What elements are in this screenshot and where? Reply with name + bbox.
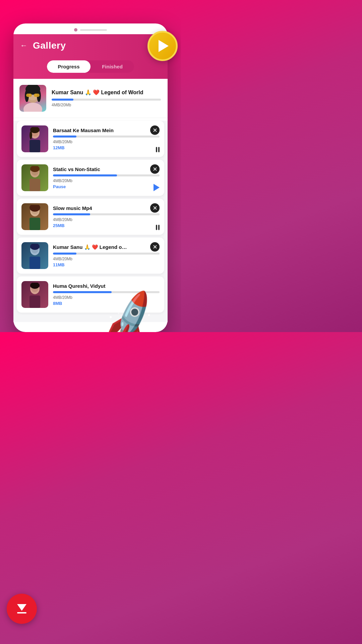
list-item: Huma Qureshi, Vidyut 4MB/20Mb 8MB bbox=[17, 276, 164, 313]
svg-rect-17 bbox=[29, 179, 40, 191]
pause-button[interactable] bbox=[156, 147, 160, 152]
item-progress-fill bbox=[53, 174, 117, 176]
item-progress-bar bbox=[53, 213, 160, 215]
featured-title: Kumar Sanu 🙏 ❤️ Legend of World bbox=[52, 89, 161, 96]
pause-bar-left bbox=[156, 147, 157, 152]
phone-line bbox=[80, 29, 107, 31]
item-info: Static vs Non-Static 4MB/20Mb Pause bbox=[53, 166, 160, 189]
item-progress-bar bbox=[53, 174, 160, 176]
pause-bar-right bbox=[158, 225, 160, 230]
item-info: Barsaat Ke Mausam Mein 4MB/20Mb 12MB bbox=[53, 127, 160, 150]
item-info: Kumar Sanu 🙏 ❤️ Legend o… 4MB/20Mb 11MB bbox=[53, 244, 160, 267]
featured-size: 4MB/20Mb bbox=[52, 103, 161, 107]
item-title: Static vs Non-Static bbox=[53, 166, 160, 172]
item-title: Slow music Mp4 bbox=[53, 205, 160, 211]
item-size-mb: 4MB/20Mb bbox=[53, 140, 160, 144]
item-size-mb: 4MB/20Mb bbox=[53, 178, 160, 183]
item-title: Kumar Sanu 🙏 ❤️ Legend o… bbox=[53, 244, 160, 250]
item-size-mb: 4MB/20Mb bbox=[53, 295, 160, 300]
item-thumb bbox=[21, 203, 48, 230]
tab-container: Progress Finished bbox=[47, 60, 134, 73]
phone-top-bar bbox=[13, 23, 168, 34]
item-info: Slow music Mp4 4MB/20Mb 25MB bbox=[53, 205, 160, 228]
featured-progress-fill bbox=[52, 99, 73, 101]
item-info: Huma Qureshi, Vidyut 4MB/20Mb 8MB bbox=[53, 283, 160, 306]
svg-rect-29 bbox=[29, 296, 40, 308]
item-size-mb: 4MB/20Mb bbox=[53, 217, 160, 222]
featured-thumb-img bbox=[19, 85, 46, 112]
play-icon bbox=[159, 40, 169, 52]
item-progress-fill bbox=[53, 136, 76, 138]
svg-rect-25 bbox=[29, 257, 40, 269]
item-progress-fill bbox=[53, 253, 76, 255]
list-item: Kumar Sanu 🙏 ❤️ Legend o… 4MB/20Mb 11MB bbox=[17, 237, 164, 274]
featured-download-item: Kumar Sanu 🙏 ❤️ Legend of World 4MB/20Mb bbox=[13, 79, 168, 118]
featured-thumb bbox=[19, 85, 46, 112]
page-title: Gallery bbox=[33, 40, 66, 51]
featured-info: Kumar Sanu 🙏 ❤️ Legend of World 4MB/20Mb bbox=[52, 89, 161, 108]
svg-rect-5 bbox=[26, 94, 32, 97]
close-button[interactable] bbox=[150, 203, 160, 213]
item-thumb bbox=[21, 164, 48, 191]
svg-rect-6 bbox=[34, 94, 40, 97]
item-title: Barsaat Ke Mausam Mein bbox=[53, 127, 160, 133]
play-button[interactable] bbox=[154, 184, 160, 191]
download-list: Barsaat Ke Mausam Mein 4MB/20Mb 12MB bbox=[13, 121, 168, 322]
item-thumb bbox=[21, 242, 48, 269]
item-size-total: 8MB bbox=[53, 301, 160, 306]
item-size-total: 12MB bbox=[53, 145, 160, 150]
item-thumb bbox=[21, 125, 48, 152]
list-item: Slow music Mp4 4MB/20Mb 25MB bbox=[17, 199, 164, 235]
item-title: Huma Qureshi, Vidyut bbox=[53, 283, 160, 289]
close-button[interactable] bbox=[150, 164, 160, 174]
item-size-mb: 4MB/20Mb bbox=[53, 257, 160, 261]
close-button[interactable] bbox=[150, 125, 160, 135]
item-progress-bar bbox=[53, 253, 160, 255]
item-size-total: 25MB bbox=[53, 223, 160, 228]
phone-frame: ← Gallery Progress Finished bbox=[13, 23, 168, 332]
item-size-total: 11MB bbox=[53, 262, 160, 267]
featured-progress-bar bbox=[52, 99, 161, 101]
item-thumb bbox=[21, 281, 48, 308]
item-progress-fill bbox=[53, 213, 90, 215]
pause-bar-left bbox=[156, 225, 157, 230]
phone-dot bbox=[74, 28, 77, 32]
back-button[interactable]: ← bbox=[20, 41, 27, 50]
svg-point-12 bbox=[29, 131, 32, 139]
pause-button[interactable] bbox=[156, 225, 160, 230]
play-button[interactable] bbox=[147, 31, 178, 61]
item-pause-label: Pause bbox=[53, 184, 160, 189]
pause-bar-right bbox=[158, 147, 160, 152]
list-item: Barsaat Ke Mausam Mein 4MB/20Mb 12MB bbox=[17, 121, 164, 157]
item-progress-bar bbox=[53, 291, 160, 293]
tab-progress[interactable]: Progress bbox=[47, 60, 90, 73]
list-item: Static vs Non-Static 4MB/20Mb Pause bbox=[17, 160, 164, 196]
svg-rect-21 bbox=[29, 218, 40, 230]
item-progress-fill bbox=[53, 291, 112, 293]
tab-bar: Progress Finished bbox=[13, 57, 168, 79]
close-button[interactable] bbox=[150, 242, 160, 252]
app-header: ← Gallery bbox=[13, 34, 168, 57]
tab-finished[interactable]: Finished bbox=[90, 60, 134, 73]
svg-point-8 bbox=[23, 103, 42, 112]
svg-rect-13 bbox=[29, 140, 40, 152]
item-progress-bar bbox=[53, 136, 160, 138]
